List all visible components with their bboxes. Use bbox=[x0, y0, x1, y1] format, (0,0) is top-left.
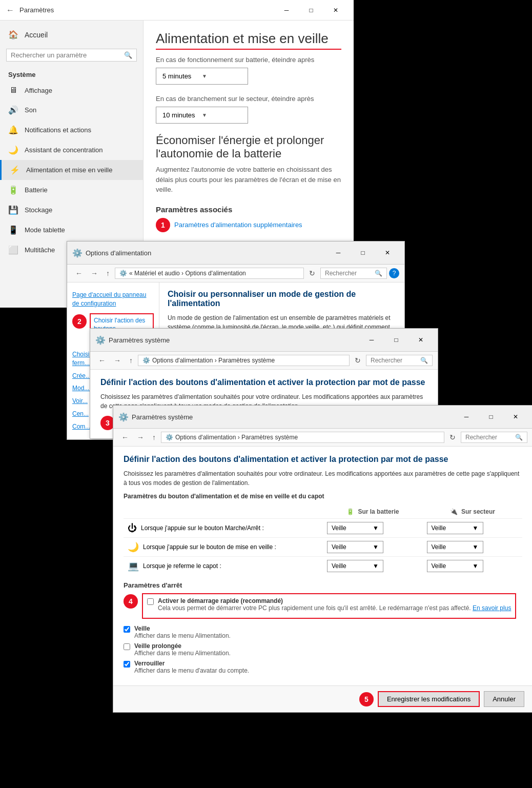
battery-label: En cas de fonctionnement sur batterie, é… bbox=[156, 56, 341, 64]
maximize-button[interactable]: □ bbox=[299, 2, 323, 18]
search-icon: 🔍 bbox=[515, 434, 523, 441]
options-title-bar: ⚙️ Options d'alimentation ─ □ ✕ bbox=[67, 241, 404, 265]
sidebar-item-stockage[interactable]: 💾 Stockage bbox=[0, 200, 143, 220]
params2-window-title: Paramètres système bbox=[132, 413, 455, 421]
back-icon[interactable]: ← bbox=[6, 6, 14, 15]
sidebar-item-alimentation[interactable]: ⚡ Alimentation et mise en veille bbox=[0, 160, 143, 180]
veille-prolongee-label: Veille prolongée Afficher dans le menu A… bbox=[134, 642, 231, 657]
params2-minimize-button[interactable]: ─ bbox=[455, 409, 478, 425]
params1-refresh-button[interactable]: ↻ bbox=[352, 355, 364, 366]
sidebar-item-accueil[interactable]: 🏠 Accueil bbox=[0, 25, 143, 45]
en-savoir-plus-link[interactable]: En savoir plus bbox=[473, 604, 511, 612]
params2-breadcrumb: ⚙️ Options d'alimentation › Paramètres s… bbox=[161, 432, 444, 443]
sidebar-item-affichage[interactable]: 🖥 Affichage bbox=[0, 80, 143, 100]
row2-battery-dropdown[interactable]: Veille▼ bbox=[327, 541, 383, 553]
params1-breadcrumb-icon: ⚙️ bbox=[142, 357, 150, 364]
sidebar-item-assistant[interactable]: 🌙 Assistant de concentration bbox=[0, 140, 143, 160]
params1-close-button[interactable]: ✕ bbox=[409, 332, 433, 348]
step-1-badge: 1 bbox=[156, 218, 170, 232]
sector-dropdown[interactable]: 10 minutes ▼ bbox=[156, 107, 248, 124]
step-5-badge: 5 bbox=[359, 692, 374, 706]
options-sidebar-item-accueil[interactable]: Page d'accueil du panneau de configurati… bbox=[72, 289, 154, 310]
options-close-button[interactable]: ✕ bbox=[376, 245, 399, 261]
col-sector-label: Sur secteur bbox=[461, 508, 495, 515]
params2-up-button[interactable]: ↑ bbox=[149, 432, 159, 442]
params2-icon: ⚙️ bbox=[118, 412, 129, 422]
col-battery-label: Sur la batterie bbox=[358, 508, 399, 515]
options-search-box[interactable]: 🔍 bbox=[320, 268, 387, 279]
power-btn-icon: ⏻ bbox=[128, 523, 137, 534]
params2-main: Définir l'action des boutons d'alimentat… bbox=[113, 447, 532, 685]
params2-refresh-button[interactable]: ↻ bbox=[446, 432, 459, 442]
veille-prolongee-checkbox[interactable] bbox=[124, 643, 130, 650]
params1-forward-button[interactable]: → bbox=[111, 355, 124, 366]
veille-prolongee-desc: Afficher dans le menu Alimentation. bbox=[134, 650, 231, 657]
sidebar-item-label: Son bbox=[25, 106, 36, 114]
row3-sector-dropdown[interactable]: Veille▼ bbox=[427, 560, 483, 572]
veille-desc: Afficher dans le menu Alimentation. bbox=[134, 632, 231, 639]
nav-up-button[interactable]: ↑ bbox=[103, 268, 113, 278]
row1-battery-dropdown[interactable]: Veille▼ bbox=[327, 522, 383, 534]
save-button[interactable]: Enregistrer les modifications bbox=[378, 691, 480, 707]
sidebar-item-label: Multitâche bbox=[25, 246, 55, 254]
params1-icon: ⚙️ bbox=[95, 335, 106, 345]
cancel-button[interactable]: Annuler bbox=[484, 691, 524, 707]
options-maximize-button[interactable]: □ bbox=[351, 245, 375, 261]
params2-breadcrumb-icon: ⚙️ bbox=[166, 434, 173, 441]
params2-breadcrumb-text: Options d'alimentation › Paramètres syst… bbox=[175, 434, 298, 441]
params1-minimize-button[interactable]: ─ bbox=[360, 332, 383, 348]
row2-label: Lorsque j'appuie sur le bouton de mise e… bbox=[143, 543, 276, 551]
demarrage-rapide-checkbox[interactable] bbox=[147, 598, 154, 605]
search-box[interactable]: 🔍 bbox=[6, 49, 137, 62]
params2-maximize-button[interactable]: □ bbox=[479, 409, 503, 425]
options-nav: ← → ↑ ⚙️ « Matériel et audio › Options d… bbox=[67, 265, 404, 282]
battery-value: 5 minutes bbox=[162, 72, 202, 80]
params1-maximize-button[interactable]: □ bbox=[384, 332, 408, 348]
params2-title-bar: ⚙️ Paramètres système ─ □ ✕ bbox=[113, 406, 532, 429]
params2-close-button[interactable]: ✕ bbox=[504, 409, 527, 425]
params2-search-box[interactable]: 🔍 bbox=[461, 432, 527, 443]
search-icon: 🔍 bbox=[124, 51, 132, 59]
energy-title: Économiser l'énergie et prolonger l'auto… bbox=[156, 134, 341, 160]
nav-back-button[interactable]: ← bbox=[72, 268, 86, 278]
row1-sector-dropdown[interactable]: Veille▼ bbox=[427, 522, 483, 534]
params1-title-bar: ⚙️ Paramètres système ─ □ ✕ bbox=[90, 329, 438, 352]
sidebar-item-batterie[interactable]: 🔋 Batterie bbox=[0, 180, 143, 200]
params2-search-input[interactable] bbox=[465, 434, 513, 441]
help-icon[interactable]: ? bbox=[389, 268, 399, 278]
sidebar-item-notifications[interactable]: 🔔 Notifications et actions bbox=[0, 120, 143, 140]
verrouiller-desc: Afficher dans le menu d'avatar du compte… bbox=[134, 667, 249, 674]
params2-forward-button[interactable]: → bbox=[134, 432, 147, 442]
params1-search-input[interactable] bbox=[371, 357, 418, 364]
battery-dropdown[interactable]: 5 minutes ▼ bbox=[156, 68, 248, 85]
alimentation-suppl-link[interactable]: Paramètres d'alimentation supplémentaire… bbox=[174, 221, 302, 229]
row2-sector-dropdown[interactable]: Veille▼ bbox=[427, 541, 483, 553]
options-search-input[interactable] bbox=[325, 270, 373, 277]
options-minimize-button[interactable]: ─ bbox=[326, 245, 350, 261]
chevron-down-icon: ▼ bbox=[473, 562, 479, 570]
params1-back-button[interactable]: ← bbox=[95, 355, 109, 366]
row3-battery-dropdown[interactable]: Veille▼ bbox=[327, 560, 383, 572]
stockage-icon: 💾 bbox=[8, 205, 18, 215]
sidebar-item-tablette[interactable]: 📱 Mode tablette bbox=[0, 220, 143, 240]
search-input[interactable] bbox=[11, 51, 124, 59]
veille-prolongee-checkbox-row: Veille prolongée Afficher dans le menu A… bbox=[124, 642, 522, 657]
params1-breadcrumb: ⚙️ Options d'alimentation › Paramètres s… bbox=[138, 355, 350, 366]
row3-label: Lorsque je referme le capot : bbox=[143, 562, 221, 570]
params2-back-button[interactable]: ← bbox=[118, 432, 132, 442]
step-4-badge: 4 bbox=[124, 594, 138, 609]
veille-checkbox[interactable] bbox=[124, 626, 130, 633]
minimize-button[interactable]: ─ bbox=[275, 2, 298, 18]
params1-window-title: Paramètres système bbox=[109, 336, 360, 344]
verrouiller-checkbox[interactable] bbox=[124, 661, 130, 668]
table-row: 🌙Lorsque j'appuie sur le bouton de mise … bbox=[124, 538, 522, 557]
nav-forward-button[interactable]: → bbox=[88, 268, 101, 278]
refresh-button[interactable]: ↻ bbox=[306, 268, 318, 278]
verrouiller-checkbox-row: Verrouiller Afficher dans le menu d'avat… bbox=[124, 660, 522, 674]
sidebar-item-son[interactable]: 🔊 Son bbox=[0, 100, 143, 120]
power-buttons-label: Paramètres du bouton d'alimentation et d… bbox=[124, 493, 522, 500]
son-icon: 🔊 bbox=[8, 105, 18, 115]
params1-search-box[interactable]: 🔍 bbox=[366, 355, 433, 366]
close-button[interactable]: ✕ bbox=[324, 2, 347, 18]
params1-up-button[interactable]: ↑ bbox=[126, 355, 136, 366]
